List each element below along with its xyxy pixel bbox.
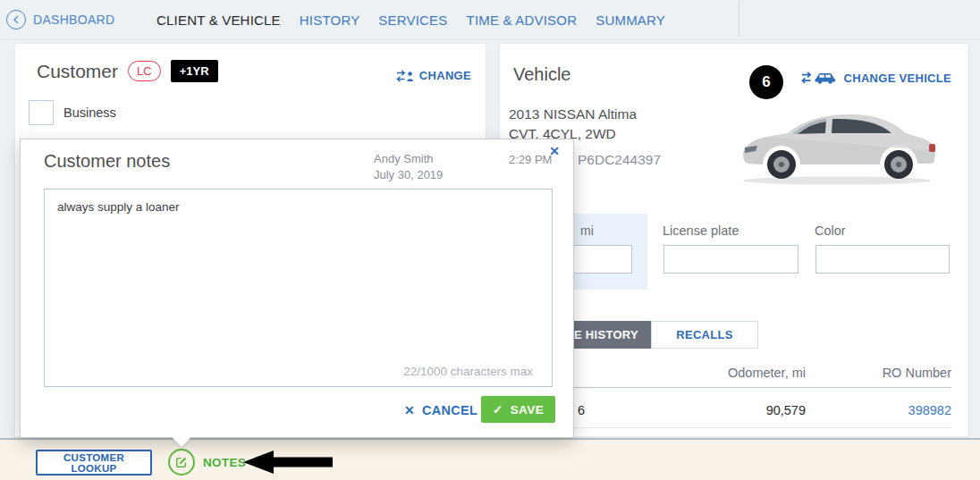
notes-edit-icon — [168, 449, 195, 476]
customer-title: Customer — [37, 61, 118, 82]
color-label: Color — [815, 223, 846, 238]
nav-tabs: CLIENT & VEHICLE HISTORY SERVICES TIME &… — [156, 0, 665, 39]
vehicle-year-make-model: 2013 NISSAN Altima — [509, 105, 637, 124]
back-button[interactable] — [6, 10, 26, 29]
history-row-odometer: 90,579 — [766, 403, 806, 417]
notes-label: NOTES — [203, 456, 246, 469]
annotation-badge-6: 6 — [749, 65, 783, 99]
loyalty-badge: LC — [128, 61, 161, 81]
vehicle-title: Vehicle — [513, 64, 571, 85]
tab-client-vehicle[interactable]: CLIENT & VEHICLE — [156, 13, 281, 28]
vehicle-photo — [734, 97, 940, 191]
cancel-button[interactable]: ✕ CANCEL — [399, 402, 483, 418]
tab-history[interactable]: HISTORY — [300, 13, 360, 28]
change-vehicle-link[interactable]: CHANGE VEHICLE — [801, 71, 952, 85]
notes-textarea[interactable]: always supply a loaner — [44, 189, 553, 387]
history-row-date-fragment: 6 — [578, 403, 585, 417]
close-icon[interactable]: ✕ — [544, 143, 565, 159]
client-vehicle-page: DASHBOARD CLIENT & VEHICLE HISTORY SERVI… — [0, 0, 980, 480]
table-header-divider — [509, 387, 951, 388]
save-button[interactable]: ✓ SAVE — [481, 396, 555, 423]
plus-one-year-badge: +1YR — [171, 60, 218, 82]
vin-fragment: P6DC244397 — [578, 152, 661, 168]
change-customer-link[interactable]: CHANGE — [396, 69, 471, 82]
cancel-label: CANCEL — [422, 403, 477, 417]
char-counter: 22/1000 characters max — [403, 365, 533, 378]
customer-notes-modal: Customer notes Andy Smith July 30, 2019 … — [20, 139, 574, 438]
swap-car-icon — [801, 71, 839, 85]
tab-services[interactable]: SERVICES — [378, 13, 447, 28]
table-row-divider — [509, 427, 951, 428]
cancel-x-icon: ✕ — [404, 403, 415, 417]
top-nav-bar: DASHBOARD CLIENT & VEHICLE HISTORY SERVI… — [0, 0, 980, 40]
footer-bar: CUSTOMER LOOKUP NOTES NEXT — [0, 438, 980, 480]
note-date: July 30, 2019 — [374, 167, 443, 183]
save-label: SAVE — [511, 403, 544, 417]
topbar-divider — [739, 2, 739, 38]
odometer-input[interactable] — [566, 245, 632, 274]
history-row-ro-link[interactable]: 398982 — [908, 403, 951, 417]
save-check-icon: ✓ — [493, 402, 503, 417]
odometer-column-header: Odometer, mi — [728, 366, 806, 380]
note-author: Andy Smith — [374, 151, 443, 167]
swap-person-icon — [396, 70, 414, 82]
change-customer-label: CHANGE — [419, 69, 471, 82]
dashboard-link[interactable]: DASHBOARD — [33, 0, 114, 39]
note-author-block: Andy Smith July 30, 2019 — [374, 151, 443, 183]
customer-header: Customer LC +1YR — [37, 60, 218, 82]
change-vehicle-label: CHANGE VEHICLE — [844, 72, 952, 85]
back-chevron-icon — [13, 14, 20, 25]
color-input[interactable] — [815, 245, 950, 274]
tab-recalls[interactable]: RECALLS — [651, 321, 758, 349]
license-plate-input[interactable] — [663, 245, 798, 274]
business-label: Business — [63, 105, 116, 120]
notes-button[interactable]: NOTES — [168, 449, 246, 476]
customer-lookup-button[interactable]: CUSTOMER LOOKUP — [36, 450, 152, 476]
modal-title: Customer notes — [44, 151, 170, 172]
tab-time-advisor[interactable]: TIME & ADVISOR — [467, 13, 578, 28]
tab-summary[interactable]: SUMMARY — [596, 13, 665, 28]
business-row: Business — [29, 100, 116, 125]
license-plate-label: License plate — [663, 223, 739, 238]
business-checkbox[interactable] — [29, 100, 54, 125]
ro-number-column-header: RO Number — [883, 366, 951, 380]
odometer-unit-label: mi — [580, 223, 594, 238]
annotation-arrow — [243, 450, 333, 475]
